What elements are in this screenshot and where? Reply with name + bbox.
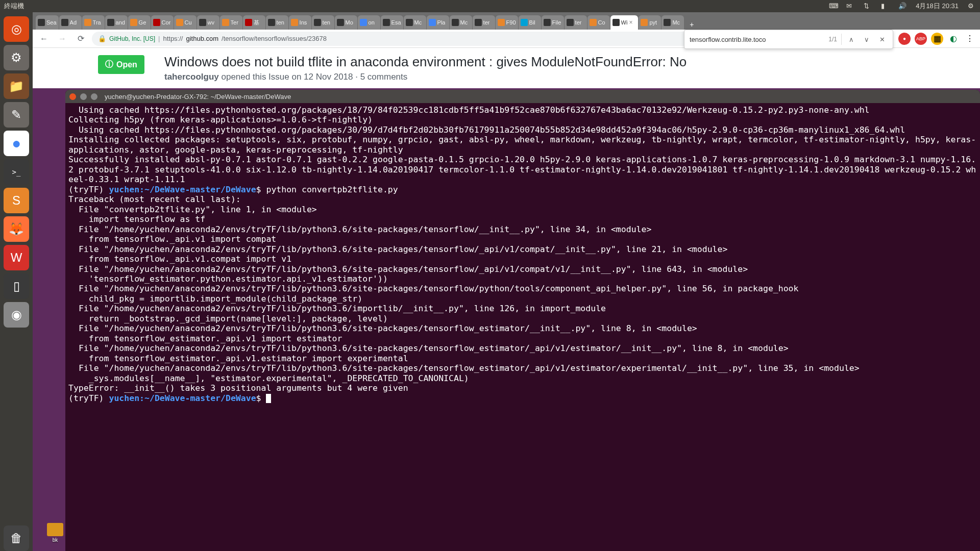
tab-title: Mc — [460, 19, 468, 26]
tab-title: ten — [323, 19, 330, 26]
browser-tab[interactable]: Ins — [289, 15, 311, 30]
browser-tab[interactable]: Ter — [220, 15, 242, 30]
launcher-trash[interactable]: 🗑 — [4, 525, 29, 551]
find-match-count: 1/1 — [828, 36, 837, 43]
tab-favicon — [176, 19, 183, 26]
tab-favicon — [360, 19, 367, 26]
tab-favicon — [383, 19, 390, 26]
messages-icon[interactable]: ✉ — [846, 2, 854, 10]
tab-favicon — [199, 19, 206, 26]
browser-tab[interactable]: ter — [565, 15, 587, 30]
find-in-page-popup: tensorflow.contrib.lite.toco 1/1 ∧ ∨ ✕ — [684, 30, 893, 49]
launcher-settings[interactable]: ⚙ — [4, 45, 29, 70]
browser-tab[interactable]: ten — [312, 15, 334, 30]
browser-tab[interactable]: 基 — [243, 15, 265, 30]
tab-favicon — [429, 19, 436, 26]
launcher-wps[interactable]: W — [4, 245, 29, 270]
tab-title: Pla — [437, 19, 446, 26]
find-input[interactable]: tensorflow.contrib.lite.toco — [690, 36, 824, 43]
browser-tab[interactable]: Sea — [36, 15, 59, 30]
tab-title: and — [116, 19, 125, 26]
clock[interactable]: 4月18日 20:31 — [916, 2, 959, 11]
new-tab-button[interactable]: + — [684, 19, 699, 30]
browser-tab[interactable]: Tra — [82, 15, 105, 30]
launcher-terminal[interactable]: >_ — [4, 159, 29, 185]
launcher-disc[interactable]: ◉ — [4, 302, 29, 328]
browser-tab[interactable]: Ad — [59, 15, 82, 30]
issue-meta: tahercoolguy opened this Issue on 12 Nov… — [164, 72, 968, 82]
tab-favicon — [268, 19, 275, 26]
launcher-device[interactable]: ▯ — [4, 273, 29, 299]
issue-author[interactable]: tahercoolguy — [164, 72, 219, 82]
browser-tab[interactable]: Mc — [662, 15, 684, 30]
browser-tab[interactable]: Mc — [450, 15, 472, 30]
launcher-files[interactable]: 📁 — [4, 73, 29, 99]
browser-tab[interactable]: Esa — [381, 15, 403, 30]
find-close-button[interactable]: ✕ — [876, 36, 888, 43]
browser-tab[interactable]: on — [358, 15, 380, 30]
folder-icon — [47, 523, 63, 536]
tab-favicon — [452, 19, 459, 26]
session-gear-icon[interactable]: ⚙ — [968, 2, 976, 10]
browser-tab[interactable]: wv — [197, 15, 219, 30]
browser-tab[interactable]: ter — [473, 15, 495, 30]
ext-red-icon[interactable]: ● — [898, 33, 911, 45]
window-maximize-button[interactable] — [91, 93, 97, 100]
tab-favicon — [498, 19, 505, 26]
launcher-dash[interactable]: ◎ — [4, 16, 29, 42]
browser-tab[interactable]: Cu — [174, 15, 197, 30]
ext-abp-icon[interactable]: ABP — [915, 33, 927, 45]
launcher-firefox[interactable]: 🦊 — [4, 216, 29, 242]
tab-close-button[interactable]: × — [629, 19, 636, 26]
ext-tamper-icon[interactable]: ▦ — [931, 33, 943, 45]
launcher-gedit[interactable]: ✎ — [4, 102, 29, 128]
browser-tab[interactable]: Wi× — [610, 15, 639, 30]
window-close-button[interactable] — [69, 93, 76, 100]
volume-icon[interactable]: 🔊 — [898, 2, 906, 10]
tab-favicon — [153, 19, 160, 26]
tab-title: pyt — [649, 19, 657, 26]
issue-date: on 12 Nov 2018 — [291, 72, 353, 82]
browser-tab[interactable]: ten — [266, 15, 288, 30]
tab-favicon — [130, 19, 137, 26]
browser-tab[interactable]: pyt — [639, 15, 661, 30]
network-icon[interactable]: ⇅ — [864, 2, 872, 10]
browser-tab[interactable]: Pla — [427, 15, 449, 30]
url-path: /tensorflow/tensorflow/issues/23678 — [222, 35, 327, 42]
tab-title: Cor — [162, 19, 171, 26]
nav-forward-button[interactable]: → — [55, 32, 69, 46]
chrome-menu-icon[interactable]: ⋮ — [964, 33, 976, 45]
launcher-sublime[interactable]: S — [4, 188, 29, 213]
battery-icon[interactable]: ▮ — [881, 2, 889, 10]
tab-favicon — [84, 19, 91, 26]
tab-strip: SeaAdTraandGeCorCuwvTer基tenInstenMoonEsa… — [33, 12, 980, 30]
browser-tab[interactable]: and — [105, 15, 128, 30]
browser-tab[interactable]: F90 — [496, 15, 518, 30]
tab-favicon — [612, 19, 620, 26]
terminal-cursor — [266, 394, 271, 403]
desktop-folder[interactable]: bk — [45, 523, 65, 543]
window-minimize-button[interactable] — [80, 93, 87, 100]
find-next-button[interactable]: ∨ — [861, 36, 872, 43]
ext-green-icon[interactable]: ◐ — [947, 33, 960, 45]
launcher-chrome[interactable]: ● — [4, 131, 29, 156]
tab-favicon — [291, 19, 298, 26]
tab-favicon — [590, 19, 597, 26]
browser-tab[interactable]: Bil — [519, 15, 541, 30]
browser-tab[interactable]: Ge — [128, 15, 151, 30]
terminal-titlebar[interactable]: yuchen@yuchen-Predator-GX-792: ~/DeWave-… — [65, 90, 980, 103]
browser-tab[interactable]: Co — [587, 15, 610, 30]
nav-reload-button[interactable]: ⟳ — [74, 32, 88, 46]
find-prev-button[interactable]: ∧ — [846, 36, 857, 43]
terminal-output[interactable]: Using cached https://files.pythonhosted.… — [65, 103, 980, 551]
terminal-window: yuchen@yuchen-Predator-GX-792: ~/DeWave-… — [65, 90, 980, 551]
unity-launcher: ◎⚙📁✎●>_S🦊W▯◉ 🗑 — [0, 12, 33, 551]
keyboard-icon[interactable]: ⌨ — [829, 2, 837, 10]
tab-title: File — [552, 19, 561, 26]
browser-tab[interactable]: Cor — [151, 15, 174, 30]
nav-back-button[interactable]: ← — [37, 32, 51, 46]
browser-tab[interactable]: Mc — [404, 15, 426, 30]
browser-tab[interactable]: File — [542, 15, 564, 30]
tab-favicon — [641, 19, 648, 26]
browser-tab[interactable]: Mo — [335, 15, 357, 30]
